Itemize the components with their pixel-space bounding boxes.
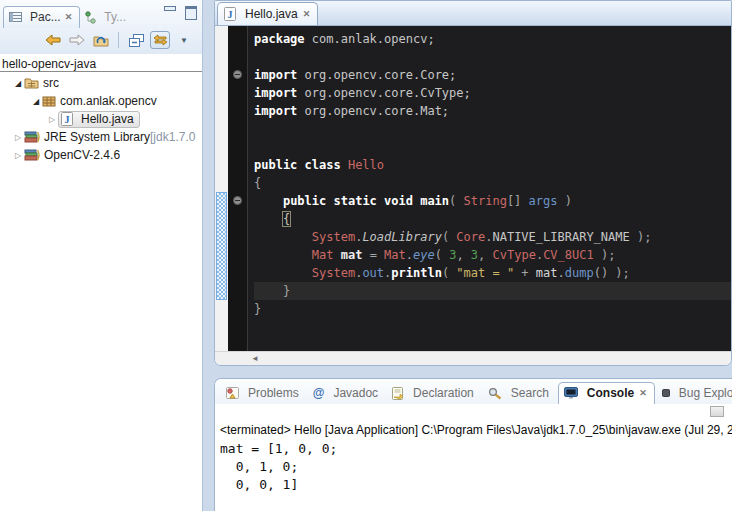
tab-console[interactable]: Console ✕ bbox=[558, 382, 655, 404]
editor-body: package com.anlak.opencv;import org.open… bbox=[215, 26, 731, 351]
console-status-line: <terminated> Hello [Java Application] C:… bbox=[215, 422, 732, 438]
expanded-twisty-icon[interactable]: ◢ bbox=[30, 97, 42, 106]
collapsed-twisty-icon[interactable]: ▷ bbox=[12, 133, 24, 142]
maximize-view-button[interactable] bbox=[185, 6, 196, 16]
selected-item-highlight[interactable]: J Hello.java bbox=[58, 111, 140, 128]
tab-declaration[interactable]: Declaration bbox=[387, 383, 481, 404]
package-explorer-view: Pac... ✕ Ty... bbox=[0, 0, 203, 511]
back-arrow-icon bbox=[45, 34, 61, 46]
tab-package-explorer[interactable]: Pac... ✕ bbox=[3, 6, 80, 28]
minimize-view-button[interactable] bbox=[164, 6, 175, 16]
forward-arrow-icon bbox=[69, 34, 85, 46]
console-output-line: 0, 0, 1] bbox=[220, 476, 732, 494]
close-icon[interactable]: ✕ bbox=[303, 9, 311, 19]
code-token: mat bbox=[341, 248, 363, 262]
tree-item-project[interactable]: hello-opencv-java bbox=[0, 56, 202, 72]
folding-ruler[interactable] bbox=[228, 26, 248, 351]
editor-horizontal-scrollbar[interactable]: ◄ bbox=[215, 351, 731, 365]
console-icon bbox=[564, 387, 578, 399]
chevron-down-icon: ▼ bbox=[180, 36, 188, 45]
tab-label: Bug Explorer bbox=[679, 386, 732, 400]
code-token: { bbox=[283, 212, 290, 226]
code-token: String bbox=[464, 194, 507, 208]
tab-search[interactable]: Search bbox=[483, 383, 556, 404]
code-line[interactable]: System.LoadLibrary( Core.NATIVE_LIBRARY_… bbox=[254, 228, 731, 246]
code-line[interactable]: System.out.println( "mat = " + mat.dump(… bbox=[254, 264, 731, 282]
console-toolbar bbox=[215, 404, 732, 422]
console-toolbar-button[interactable] bbox=[710, 406, 724, 417]
tab-javadoc[interactable]: @ Javadoc bbox=[308, 383, 385, 404]
code-token bbox=[254, 230, 312, 244]
code-token: { bbox=[254, 176, 261, 190]
code-line[interactable] bbox=[254, 48, 731, 66]
collapse-all-button[interactable] bbox=[126, 31, 146, 49]
scroll-left-arrow-icon[interactable]: ◄ bbox=[251, 354, 259, 363]
tab-problems[interactable]: Problems bbox=[221, 383, 306, 404]
code-editor[interactable]: package com.anlak.opencv;import org.open… bbox=[248, 26, 731, 351]
code-token: dump bbox=[565, 266, 594, 280]
package-icon bbox=[42, 95, 56, 107]
tree-item-opencv-library[interactable]: ▷ OpenCV-2.4.6 bbox=[0, 146, 202, 164]
code-line[interactable]: import org.opencv.core.Mat; bbox=[254, 102, 731, 120]
code-line[interactable]: public class Hello bbox=[254, 156, 731, 174]
console-tab-bar: Problems @ Javadoc Declaration Search bbox=[215, 379, 732, 404]
search-icon bbox=[488, 387, 502, 400]
code-line[interactable]: { bbox=[254, 210, 731, 228]
view-tab-bar: Pac... ✕ Ty... bbox=[0, 2, 202, 28]
code-line[interactable]: public static void main( String[] args ) bbox=[254, 192, 731, 210]
forward-button[interactable] bbox=[67, 31, 87, 49]
tab-label: Search bbox=[511, 386, 549, 400]
code-token: package bbox=[254, 32, 305, 46]
project-label: hello-opencv-java bbox=[2, 57, 96, 71]
code-line[interactable]: } bbox=[254, 300, 731, 318]
view-menu-button[interactable]: ▼ bbox=[174, 31, 194, 49]
tree-item-hello-java[interactable]: ▷ J Hello.java bbox=[0, 110, 202, 128]
up-folder-icon bbox=[93, 34, 109, 47]
tab-bug-explorer[interactable]: Bug Explorer bbox=[657, 383, 732, 404]
tree-item-label: OpenCV-2.4.6 bbox=[44, 148, 120, 162]
tree-item-jre-library[interactable]: ▷ JRE System Library [jdk1.7.0 bbox=[0, 128, 202, 146]
tab-type-hierarchy[interactable]: Ty... bbox=[80, 7, 133, 28]
editor-tab-hello-java[interactable]: J Hello.java ✕ bbox=[217, 2, 318, 25]
back-button[interactable] bbox=[43, 31, 63, 49]
code-token: public static void main bbox=[283, 194, 449, 208]
code-token bbox=[333, 248, 340, 262]
fold-collapse-icon[interactable] bbox=[233, 196, 242, 205]
code-token: + bbox=[514, 266, 536, 280]
code-line[interactable] bbox=[254, 120, 731, 138]
editor-area: J Hello.java ✕ package com.anlak.opencv;… bbox=[214, 0, 732, 366]
collapsed-twisty-icon[interactable]: ▷ bbox=[12, 151, 24, 160]
svg-text:J: J bbox=[228, 9, 233, 20]
close-icon[interactable]: ✕ bbox=[639, 388, 647, 398]
link-with-editor-button[interactable] bbox=[150, 31, 170, 49]
annotation-ruler[interactable] bbox=[215, 26, 228, 351]
close-icon[interactable]: ✕ bbox=[65, 12, 73, 22]
tree-item-package[interactable]: ◢ com.anlak.opencv bbox=[0, 92, 202, 110]
code-token: ); bbox=[594, 248, 616, 262]
code-token: Core bbox=[456, 230, 485, 244]
code-token bbox=[254, 284, 283, 298]
code-line[interactable]: import org.opencv.core.CvType; bbox=[254, 84, 731, 102]
code-line[interactable]: Mat mat = Mat.eye( 3, 3, CvType.CV_8UC1 … bbox=[254, 246, 731, 264]
tree-item-label: JRE System Library bbox=[44, 130, 150, 144]
expanded-twisty-icon[interactable]: ◢ bbox=[12, 79, 24, 88]
collapsed-twisty-icon[interactable]: ▷ bbox=[46, 115, 58, 124]
code-token: NATIVE_LIBRARY_NAME bbox=[492, 230, 629, 244]
code-line[interactable]: import org.opencv.core.Core; bbox=[254, 66, 731, 84]
code-token: ( bbox=[442, 230, 456, 244]
code-token: System bbox=[312, 230, 355, 244]
code-line[interactable]: { bbox=[254, 174, 731, 192]
tree-item-label: com.anlak.opencv bbox=[60, 94, 157, 108]
tree-item-src[interactable]: ◢ src bbox=[0, 74, 202, 92]
console-output[interactable]: mat = [1, 0, 0; 0, 1, 0; 0, 0, 1] bbox=[215, 438, 732, 494]
code-line[interactable] bbox=[254, 138, 731, 156]
up-button[interactable] bbox=[91, 31, 111, 49]
fold-collapse-icon[interactable] bbox=[233, 70, 242, 79]
view-toolbar: ▼ bbox=[0, 28, 202, 54]
code-token: import bbox=[254, 86, 297, 100]
code-line[interactable]: } bbox=[254, 282, 731, 300]
eclipse-workbench: Pac... ✕ Ty... bbox=[0, 0, 732, 511]
code-line[interactable]: package com.anlak.opencv; bbox=[254, 30, 731, 48]
code-token: org.opencv.core.CvType; bbox=[297, 86, 470, 100]
code-token: () ); bbox=[594, 266, 630, 280]
